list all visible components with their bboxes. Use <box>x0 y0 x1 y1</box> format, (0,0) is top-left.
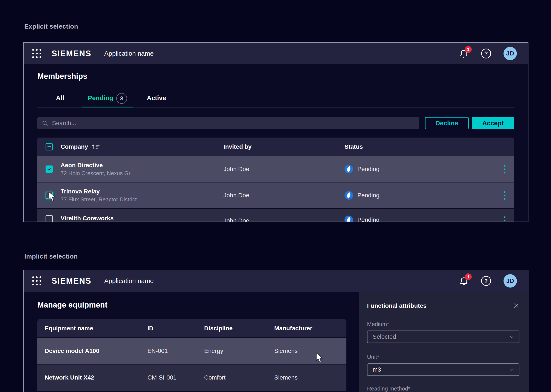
column-manufacturer: Manufacturer <box>267 325 346 332</box>
indeterminate-mark <box>48 146 51 147</box>
notification-badge: 1 <box>465 46 472 53</box>
row-menu-button[interactable] <box>495 217 514 222</box>
pending-count-badge: 3 <box>116 93 127 104</box>
equipment-table: Equipment name ID Discipline Manufacture… <box>37 319 346 391</box>
siemens-logo: SIEMENS <box>52 49 91 58</box>
table-row[interactable]: Network Unit X42 CM-SI-001 Comfort Sieme… <box>37 364 346 391</box>
field-label-medium: Medium* <box>367 321 519 328</box>
table-row[interactable]: Aeon Directive 72 Holo Crescent, Nexus G… <box>37 156 514 182</box>
company-address: 72 Holo Crescent, Nexus Gr <box>61 170 223 177</box>
equipment-manufacturer: Siemens <box>267 348 346 354</box>
question-mark: ? <box>484 278 488 284</box>
mouse-cursor <box>48 191 56 202</box>
column-equipment-name: Equipment name <box>37 325 140 332</box>
column-id: ID <box>140 325 197 332</box>
unit-select[interactable]: m3 <box>367 364 519 376</box>
unit-value: m3 <box>373 366 381 373</box>
equipment-discipline: Comfort <box>197 374 267 381</box>
app-launcher-icon[interactable] <box>32 49 42 58</box>
pending-status-icon <box>344 215 354 222</box>
close-icon[interactable] <box>513 302 519 309</box>
application-name: Application name <box>104 50 154 57</box>
equipment-id: CM-SI-001 <box>140 374 197 381</box>
invited-by-value: John Doe <box>223 192 344 199</box>
table-row[interactable]: Virelith Coreworks John Doe Pending <box>37 209 514 222</box>
accept-button[interactable]: Accept <box>472 117 514 129</box>
app-bar: SIEMENS Application name 1 ? JD <box>24 43 528 64</box>
company-name: Virelith Coreworks <box>61 215 223 222</box>
check-icon <box>47 167 52 171</box>
user-avatar[interactable]: JD <box>503 274 517 287</box>
pending-status-icon <box>344 164 354 174</box>
notification-badge: 1 <box>465 273 472 280</box>
field-label-unit: Unit* <box>367 354 519 360</box>
table-row[interactable]: Trinova Relay 77 Flux Street, Reactor Di… <box>37 182 514 208</box>
help-button[interactable]: ? <box>481 276 491 286</box>
application-name: Application name <box>104 277 154 285</box>
equipment-name: Network Unit X42 <box>37 374 140 381</box>
equipment-id: EN-001 <box>140 348 197 354</box>
company-name: Aeon Directive <box>61 162 223 169</box>
table-header-row: Equipment name ID Discipline Manufacture… <box>37 319 346 337</box>
memberships-window: SIEMENS Application name 1 ? JD Membersh… <box>23 42 529 222</box>
tab-pending[interactable]: Pending 3 <box>82 94 133 107</box>
column-status: Status <box>344 143 495 150</box>
row-checkbox[interactable] <box>46 215 53 222</box>
help-button[interactable]: ? <box>481 49 491 58</box>
siemens-logo: SIEMENS <box>52 276 91 286</box>
search-input[interactable] <box>52 119 415 127</box>
field-label-reading-method: Reading method* <box>367 385 519 392</box>
column-invited-by: Invited by <box>223 143 344 150</box>
equipment-manufacturer: Siemens <box>267 374 346 381</box>
row-menu-button[interactable] <box>495 191 514 200</box>
mouse-cursor <box>316 352 323 363</box>
status-value: Pending <box>357 192 379 199</box>
invited-by-value: John Doe <box>223 217 344 222</box>
status-value: Pending <box>357 217 379 222</box>
search-icon <box>42 120 48 126</box>
notifications-button[interactable]: 1 <box>459 276 469 286</box>
equipment-name: Device model A100 <box>37 348 140 354</box>
chevron-down-icon <box>509 368 514 371</box>
medium-select[interactable]: Selected <box>367 330 519 343</box>
decline-button[interactable]: Decline <box>425 117 469 129</box>
equipment-window: SIEMENS Application name 1 ? JD Manage e… <box>23 270 529 392</box>
status-value: Pending <box>357 166 379 173</box>
memberships-table: Company Invited by Status Aeon Directive… <box>37 138 514 222</box>
row-menu-button[interactable] <box>495 165 514 174</box>
user-avatar[interactable]: JD <box>503 47 517 60</box>
question-mark: ? <box>484 50 488 57</box>
select-all-checkbox[interactable] <box>46 143 53 150</box>
chevron-down-icon <box>509 335 514 338</box>
sort-ascending-icon[interactable] <box>91 144 100 150</box>
app-launcher-icon[interactable] <box>32 276 42 286</box>
tab-active[interactable]: Active <box>139 94 174 107</box>
functional-attributes-panel: Functional attributes Medium* Selected U… <box>359 292 528 392</box>
column-discipline: Discipline <box>197 325 267 332</box>
search-field[interactable] <box>37 117 419 129</box>
table-header-row: Company Invited by Status <box>37 138 514 156</box>
pending-status-icon <box>344 190 354 201</box>
tab-bar: All Pending 3 Active <box>37 94 514 107</box>
notifications-button[interactable]: 1 <box>459 49 469 58</box>
medium-value: Selected <box>373 333 396 340</box>
table-row[interactable]: Device model A100 EN-001 Energy Siemens <box>37 338 346 364</box>
tab-all[interactable]: All <box>46 94 75 107</box>
row-checkbox-checked[interactable] <box>46 166 53 173</box>
invited-by-value: John Doe <box>223 166 344 173</box>
section-label-explicit: Explicit selection <box>24 23 78 30</box>
app-bar: SIEMENS Application name 1 ? JD <box>24 270 528 292</box>
page-title: Memberships <box>37 71 514 81</box>
company-name: Trinova Relay <box>61 188 223 195</box>
section-label-implicit: Implicit selection <box>24 253 78 260</box>
equipment-discipline: Energy <box>197 348 267 354</box>
column-company: Company <box>61 143 88 150</box>
company-address: 77 Flux Street, Reactor District <box>61 196 223 203</box>
panel-title: Functional attributes <box>367 302 426 309</box>
